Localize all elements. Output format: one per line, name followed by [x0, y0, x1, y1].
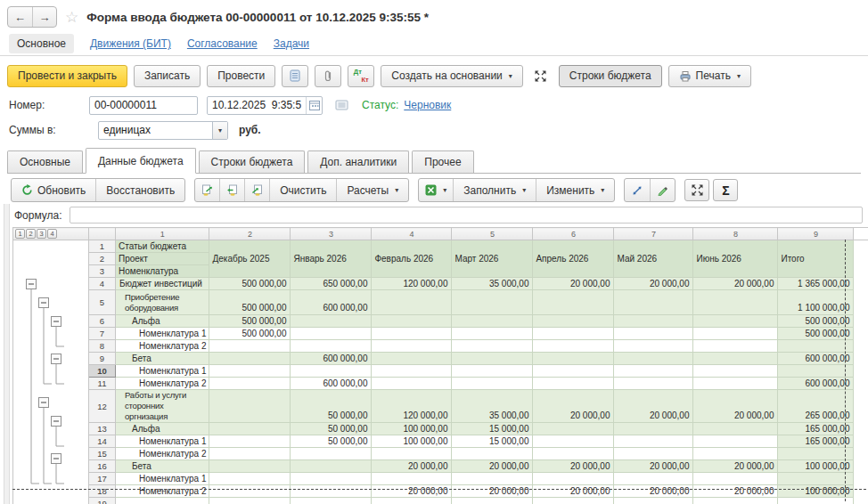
excel-export-button[interactable]: ▾	[419, 179, 453, 201]
grid-row-label[interactable]: Работы и услуги сторонних оргнизация	[116, 390, 209, 423]
grid-row-number[interactable]: 14	[89, 435, 116, 448]
edit-cell-button[interactable]	[650, 179, 675, 201]
load-budget-button[interactable]	[195, 179, 219, 201]
grid-cell[interactable]	[693, 290, 778, 315]
grid-cell[interactable]	[533, 365, 614, 378]
grid-cell[interactable]: 500 000,00	[778, 315, 854, 328]
grid-cell[interactable]: 50 000,00	[291, 423, 372, 435]
grid-cell[interactable]: 500 000,00	[209, 290, 291, 315]
grid-cell[interactable]	[533, 340, 614, 353]
grid-cell[interactable]	[693, 328, 778, 340]
create-based-on-button[interactable]: Создать на основании ▾	[381, 65, 523, 87]
fill-button[interactable]: Заполнить ▾	[453, 179, 536, 201]
grid-cell[interactable]	[614, 448, 693, 460]
write-button[interactable]: Записать	[134, 65, 201, 87]
nav-item-main[interactable]: Основное	[9, 34, 74, 53]
fullscreen-button[interactable]	[529, 65, 553, 87]
grid-cell[interactable]: 100 000,00	[778, 460, 854, 473]
nav-item-tasks[interactable]: Задачи	[274, 37, 309, 50]
grid-cell[interactable]: 600 000,00	[778, 353, 854, 365]
grid-row-number[interactable]: 6	[89, 315, 116, 328]
period-header-cell[interactable]: Итого	[778, 240, 854, 278]
grid-cell[interactable]: 100 000,00	[372, 435, 452, 448]
grid-cell[interactable]	[209, 353, 291, 365]
grid-cell[interactable]	[209, 390, 291, 423]
grid-row-number[interactable]: 18	[89, 485, 116, 498]
group-tree[interactable]	[13, 240, 89, 504]
grid-cell[interactable]: 120 000,00	[372, 278, 452, 290]
grid-cell[interactable]	[693, 435, 778, 448]
group-expander[interactable]	[52, 454, 61, 464]
grid-cell[interactable]	[372, 340, 452, 353]
formula-input[interactable]	[70, 207, 863, 224]
grid-cell[interactable]: 15 000,00	[452, 435, 533, 448]
group-expander[interactable]	[27, 280, 37, 289]
grid-cell[interactable]: 20 000,00	[533, 390, 614, 423]
forward-icon[interactable]: →	[32, 7, 56, 27]
column-number-cell[interactable]: 2	[209, 228, 291, 240]
grid-row-label[interactable]: Бета	[116, 460, 209, 473]
grid-cell[interactable]	[452, 290, 533, 315]
grid-cell[interactable]	[209, 365, 291, 378]
grid-row-label[interactable]: Номенклатура 2	[116, 485, 209, 498]
grid-cell[interactable]	[693, 365, 778, 378]
period-header-cell[interactable]: Март 2026	[452, 240, 533, 278]
grid-cell[interactable]: 500 000,00	[209, 315, 291, 328]
budget-lines-button[interactable]: Строки бюджета	[559, 65, 662, 87]
grid-row-number[interactable]: 5	[89, 290, 116, 315]
grid-row-number[interactable]: 15	[89, 448, 116, 460]
grid-cell[interactable]: 20 000,00	[693, 390, 778, 423]
grid-cell[interactable]: 100 000,00	[778, 485, 854, 498]
grid-cell[interactable]	[209, 340, 291, 353]
grid-cell[interactable]: 120 000,00	[372, 390, 452, 423]
grid-cell[interactable]	[778, 473, 854, 485]
grid-row-label[interactable]: Номенклатура 1	[116, 473, 209, 485]
grid-cell[interactable]	[372, 353, 452, 365]
sum-button[interactable]: Σ	[713, 179, 738, 201]
grid-cell[interactable]	[291, 498, 372, 504]
grid-cell[interactable]	[209, 435, 291, 448]
grid-cell[interactable]	[693, 353, 778, 365]
tab-other[interactable]: Прочее	[412, 150, 473, 173]
grid-cell[interactable]	[372, 448, 452, 460]
grid-row-number[interactable]: 10	[89, 365, 116, 378]
grid-cell[interactable]	[209, 485, 291, 498]
grid-cell[interactable]	[372, 498, 452, 504]
grid-cell[interactable]	[533, 328, 614, 340]
grid-cell[interactable]	[693, 315, 778, 328]
grid-cell[interactable]: 20 000,00	[452, 485, 533, 498]
grid-cell[interactable]	[291, 485, 372, 498]
grid-cell[interactable]	[452, 378, 533, 390]
move-button[interactable]	[625, 179, 650, 201]
calculations-button[interactable]: Расчеты ▾	[336, 179, 408, 201]
grid-cell[interactable]	[614, 353, 693, 365]
grid-cell[interactable]	[533, 290, 614, 315]
grid-cell[interactable]: 15 000,00	[452, 423, 533, 435]
grid-cell[interactable]: 600 000,00	[291, 353, 372, 365]
grid-cell[interactable]: 35 000,00	[452, 390, 533, 423]
grid-cell[interactable]	[533, 353, 614, 365]
nav-item-approval[interactable]: Согласование	[187, 37, 258, 50]
grid-cell[interactable]	[778, 365, 854, 378]
grid-cell[interactable]	[372, 473, 452, 485]
grid-row-label[interactable]	[116, 498, 209, 504]
group-expander[interactable]	[39, 298, 49, 308]
grid-cell[interactable]	[778, 340, 854, 353]
grid-cell[interactable]	[291, 473, 372, 485]
grid-cell[interactable]	[452, 448, 533, 460]
grid-cell[interactable]	[693, 423, 778, 435]
dimension-label-cell[interactable]: Статьи бюджета	[116, 240, 209, 253]
grid-cell[interactable]: 20 000,00	[372, 460, 452, 473]
grid-cell[interactable]	[693, 378, 778, 390]
grid-cell[interactable]	[209, 448, 291, 460]
grid-row-number[interactable]: 7	[89, 328, 116, 340]
grid-cell[interactable]	[452, 353, 533, 365]
grid-cell[interactable]	[614, 315, 693, 328]
grid-row-number[interactable]: 9	[89, 353, 116, 365]
grid-cell[interactable]	[452, 365, 533, 378]
left-splitter[interactable]	[4, 204, 10, 504]
grid-cell[interactable]	[452, 498, 533, 504]
grid-cell[interactable]	[614, 340, 693, 353]
register-records-button[interactable]	[282, 65, 308, 87]
grid-cell[interactable]	[693, 498, 778, 504]
